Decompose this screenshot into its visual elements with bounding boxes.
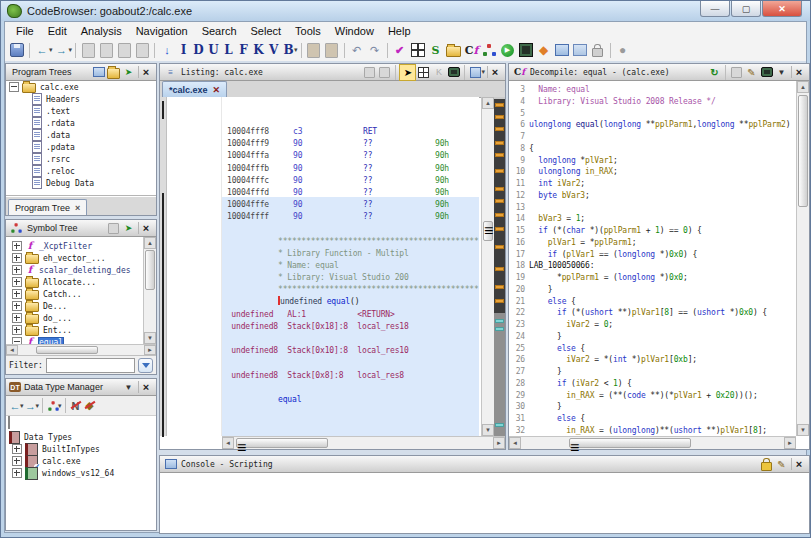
decompile-line[interactable]: 20 }: [509, 284, 796, 296]
listing-asm-row[interactable]: 10004fffd90??90h: [222, 187, 479, 199]
decompile-line[interactable]: 15 if (*(char *)(pplParm1 + 1) == 0) {: [509, 225, 796, 237]
nav-forward-caret-icon[interactable]: ▾: [69, 46, 73, 54]
decompile-line[interactable]: 18LAB_100050066:: [509, 260, 796, 272]
listing-asm-row[interactable]: 10004ffff90??90h: [222, 211, 479, 223]
listing-function-row[interactable]: ****************************************…: [222, 284, 479, 296]
filter-input[interactable]: [46, 358, 135, 373]
copy-icon[interactable]: [79, 41, 97, 59]
menu-item-edit[interactable]: Edit: [41, 24, 74, 38]
menu-item-search[interactable]: Search: [195, 24, 244, 38]
listing-function-row[interactable]: [222, 357, 479, 369]
program-tree-item[interactable]: Headers: [6, 93, 156, 105]
diff-icon[interactable]: ◆: [535, 41, 553, 59]
decompile-line[interactable]: 8{: [509, 143, 796, 155]
hover-icon[interactable]: ➤: [399, 64, 416, 81]
dtm-root[interactable]: Data Types: [6, 431, 156, 443]
menu-item-window[interactable]: Window: [328, 24, 381, 38]
listing-asm-row[interactable]: 10004fffc90??90h: [222, 175, 479, 187]
console-header[interactable]: Console - Scripting ✎ ×: [160, 456, 809, 473]
listing-function-row[interactable]: equal: [222, 394, 479, 406]
snapshot-icon[interactable]: [446, 65, 461, 80]
decompile-header[interactable]: Cf Decompile: equal - (calc.exe) ↻ ✎ ▼ ×: [509, 64, 809, 81]
listing-asm-row[interactable]: 10004fffa90??90h: [222, 150, 479, 162]
decompile-line[interactable]: 31 else {: [509, 413, 796, 425]
decompile-line[interactable]: 32 in_RAX = (ulonglong)**(ushort **)plVa…: [509, 425, 796, 436]
console-lock-icon[interactable]: [759, 457, 774, 472]
menu-item-tools[interactable]: Tools: [288, 24, 328, 38]
copy-special-icon[interactable]: [115, 41, 133, 59]
decompile-line[interactable]: 22 if (*(ushort **)plVar1[8] == (ushort …: [509, 307, 796, 319]
dtm-item[interactable]: windows_vs12_64: [6, 467, 156, 479]
filter-arrays-icon[interactable]: N: [69, 397, 83, 415]
program-trees-close-icon[interactable]: ×: [138, 66, 153, 78]
menu-item-file[interactable]: File: [9, 24, 41, 38]
decompile-line[interactable]: 28 if (iVar2 < 1) {: [509, 378, 796, 390]
redo-icon[interactable]: ↷: [366, 41, 384, 59]
program-tree-item[interactable]: .pdata: [6, 141, 156, 153]
listing-function-row[interactable]: [222, 382, 479, 394]
symbol-tree-item[interactable]: Catch...: [6, 288, 143, 300]
toolbar-letter-K[interactable]: K: [251, 43, 266, 57]
decompile-hscrollbar[interactable]: ◄► ≡: [509, 436, 796, 449]
console-window-icon[interactable]: [517, 41, 535, 59]
listing-function-row[interactable]: * Library Function - Multipl: [222, 248, 479, 260]
decompile-line[interactable]: 24 }: [509, 331, 796, 343]
listing-function-row[interactable]: undefined8 Stack[0x10]:8 local_res10: [222, 345, 479, 357]
program-tree-item[interactable]: .rsrc: [6, 153, 156, 165]
decompile-line[interactable]: 6ulonglong equal(longlong **pplParm1,lon…: [509, 119, 796, 131]
decompile-line[interactable]: 16 plVar1 = *pplParm1;: [509, 237, 796, 249]
listing-function-row[interactable]: * Library: Visual Studio 200: [222, 272, 479, 284]
listing-close-icon[interactable]: ×: [487, 66, 502, 78]
run-script-icon[interactable]: ▶: [499, 41, 517, 59]
console-output[interactable]: [160, 473, 809, 533]
menu-item-navigation[interactable]: Navigation: [129, 24, 195, 38]
listing-function-row[interactable]: undefined AL:1 <RETURN>: [222, 309, 479, 321]
toolbar-letter-I[interactable]: I: [176, 43, 191, 57]
decompile-line[interactable]: 17 if (plVar1 == (longlong *)0x0) {: [509, 249, 796, 261]
toolbar-letter-L[interactable]: L: [221, 43, 236, 57]
console-close-icon[interactable]: ×: [791, 458, 806, 470]
dtm-item[interactable]: BuiltInTypes: [6, 443, 156, 455]
decompile-code-area[interactable]: 3 Name: equal4 Library: Visual Studio 20…: [509, 81, 796, 436]
margins-caret-icon[interactable]: ▾: [481, 68, 485, 76]
goto-icon[interactable]: ↓: [158, 41, 176, 59]
edit-icon[interactable]: ✎: [744, 65, 759, 80]
bookmarks-icon[interactable]: [445, 41, 463, 59]
program-tree-item[interactable]: .reloc: [6, 165, 156, 177]
new-tree-icon[interactable]: [91, 65, 106, 80]
decompile-line[interactable]: 3 Name: equal: [509, 84, 796, 96]
listing-function-row[interactable]: undefined8 Stack[0x8]:8 local_res8: [222, 370, 479, 382]
decompile-close-icon[interactable]: ×: [791, 66, 806, 78]
clear-console-icon[interactable]: ✎: [774, 457, 789, 472]
go-to-external-icon[interactable]: ➤: [121, 221, 136, 236]
letters-caret-icon[interactable]: ▾: [294, 46, 298, 54]
symbol-tree-close-icon[interactable]: ×: [138, 222, 153, 234]
listing-asm-row[interactable]: 10004fff990??90h: [222, 138, 479, 150]
symbol-tree-item[interactable]: eh_vector_...: [6, 252, 143, 264]
decompile-line[interactable]: 27 }: [509, 366, 796, 378]
listing-hscrollbar[interactable]: ◄► ≡: [222, 436, 505, 449]
symbol-tree-item[interactable]: do_...: [6, 312, 143, 324]
decompile-line[interactable]: 26 iVar2 = *(int *)plVar1[0xb];: [509, 354, 796, 366]
program-trees-header[interactable]: Program Trees ➤ ×: [6, 64, 156, 81]
new-window-icon[interactable]: [571, 41, 589, 59]
listing-function-row[interactable]: [222, 333, 479, 345]
decompile-line[interactable]: 5: [509, 108, 796, 120]
symbol-tree-item[interactable]: Allocate...: [6, 276, 143, 288]
decompile-vscrollbar[interactable]: ▲▼: [796, 81, 809, 436]
toolbar-letter-D[interactable]: D: [191, 43, 206, 57]
listing-asm-row[interactable]: 10004fffe90??90h: [222, 199, 479, 211]
decompile-menu-caret-icon[interactable]: ▼: [774, 65, 789, 80]
listing-header[interactable]: ≡ Listing: calc.exe ➤ K ▾ ×: [160, 64, 505, 81]
refresh-icon[interactable]: ↻: [707, 65, 722, 80]
listing-asm-row[interactable]: 10004fffb90??90h: [222, 163, 479, 175]
listing-asm-row[interactable]: 10004fff8c3RET: [222, 126, 479, 138]
symbol-tree-item[interactable]: Ent...: [6, 324, 143, 336]
validate-icon[interactable]: ✔: [391, 41, 409, 59]
symbol-tree-hscrollbar[interactable]: ◄►: [6, 344, 156, 355]
menu-item-analysis[interactable]: Analysis: [74, 24, 129, 38]
decompile-line[interactable]: 10 ulonglong in_RAX;: [509, 166, 796, 178]
decompile-line[interactable]: 14 bVar3 = 1;: [509, 213, 796, 225]
listing-function-row[interactable]: * Name: equal: [222, 260, 479, 272]
filter-pointers-icon[interactable]: ◆: [83, 397, 97, 415]
